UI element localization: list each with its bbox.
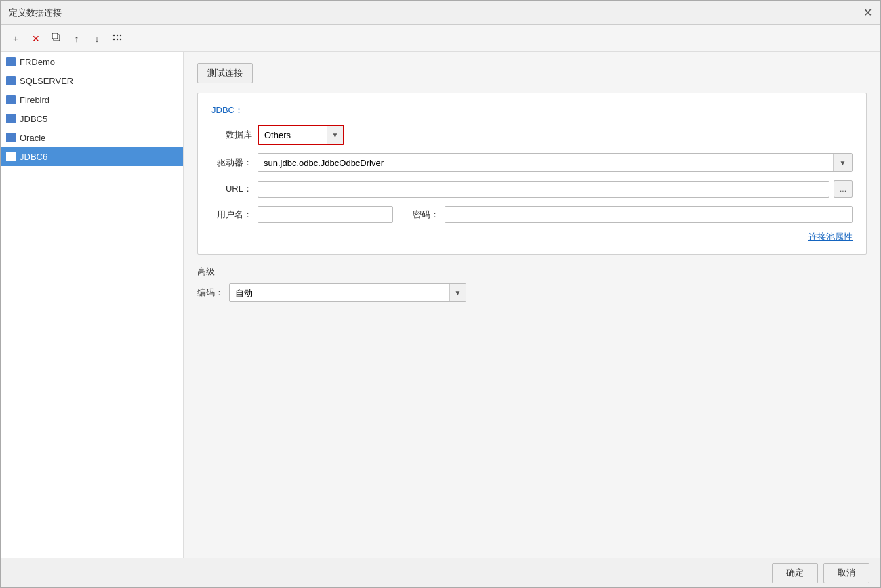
advanced-title: 高级 (197, 266, 867, 278)
dialog-title: 定义数据连接 (9, 7, 62, 19)
more-icon (112, 33, 122, 44)
footer: 确定 取消 (1, 558, 880, 587)
db-icon-jdbc5 (6, 114, 16, 123)
sidebar-item-frdemo[interactable]: FRDemo (1, 52, 183, 71)
more-button[interactable] (108, 29, 127, 48)
move-down-button[interactable]: ↓ (87, 29, 106, 48)
confirm-button[interactable]: 确定 (772, 563, 818, 583)
url-label: URL： (211, 183, 252, 195)
copy-icon (52, 33, 61, 44)
svg-point-4 (120, 35, 121, 36)
right-panel: 测试连接 JDBC： 数据库 Others MySQL Oracle SQLSe… (184, 52, 880, 558)
svg-point-5 (113, 39, 115, 40)
driver-input[interactable] (258, 155, 833, 171)
db-select-arrow[interactable]: ▼ (327, 126, 343, 144)
sidebar: FRDemo SQLSERVER Firebird JDBC5 Oracle J… (1, 52, 184, 558)
db-icon-oracle (6, 133, 16, 142)
sidebar-item-oracle[interactable]: Oracle (1, 128, 183, 147)
title-bar: 定义数据连接 ✕ (1, 1, 880, 25)
sidebar-label-sqlserver: SQLSERVER (20, 76, 73, 86)
db-select-wrapper: Others MySQL Oracle SQLServer PostgreSQL… (258, 125, 344, 145)
svg-point-3 (117, 35, 118, 36)
add-button[interactable]: + (6, 29, 25, 48)
copy-button[interactable] (47, 29, 66, 48)
username-label: 用户名： (211, 209, 252, 221)
svg-point-2 (113, 35, 115, 36)
svg-rect-1 (52, 33, 58, 39)
jdbc-section: JDBC： 数据库 Others MySQL Oracle SQLServer … (197, 93, 867, 255)
sidebar-label-jdbc6: JDBC6 (20, 152, 47, 162)
cancel-button[interactable]: 取消 (823, 563, 869, 583)
svg-point-7 (120, 39, 121, 40)
db-icon-sqlserver (6, 76, 16, 85)
driver-arrow[interactable]: ▼ (833, 154, 852, 171)
sidebar-item-firebird[interactable]: Firebird (1, 90, 183, 109)
move-up-button[interactable]: ↑ (67, 29, 86, 48)
close-button[interactable]: ✕ (863, 7, 872, 18)
encoding-select-arrow[interactable]: ▼ (449, 284, 466, 301)
url-wrapper: ... (258, 180, 853, 198)
user-pass-row: 用户名： 密码： (211, 206, 853, 223)
main-content: FRDemo SQLSERVER Firebird JDBC5 Oracle J… (1, 52, 880, 558)
sidebar-label-jdbc5: JDBC5 (20, 114, 47, 124)
sidebar-item-sqlserver[interactable]: SQLSERVER (1, 71, 183, 90)
url-row: URL： ... (211, 180, 853, 198)
delete-button[interactable]: ✕ (26, 29, 45, 48)
db-select[interactable]: Others MySQL Oracle SQLServer PostgreSQL (259, 127, 327, 143)
up-icon: ↑ (75, 33, 79, 44)
down-icon: ↓ (95, 33, 100, 44)
url-input[interactable] (258, 181, 829, 198)
database-row: 数据库 Others MySQL Oracle SQLServer Postgr… (211, 125, 853, 145)
svg-point-6 (117, 39, 118, 40)
driver-row: 驱动器： ▼ (211, 153, 853, 172)
username-input[interactable] (258, 206, 393, 223)
jdbc-section-label: JDBC： (211, 104, 853, 117)
encoding-select-wrapper: 自动 UTF-8 GBK GB2312 ISO-8859-1 ▼ (229, 283, 466, 302)
driver-wrapper: ▼ (258, 153, 853, 172)
encoding-row: 编码： 自动 UTF-8 GBK GB2312 ISO-8859-1 ▼ (197, 283, 867, 302)
pool-link[interactable]: 连接池属性 (211, 231, 853, 243)
password-input[interactable] (445, 206, 853, 223)
dialog: 定义数据连接 ✕ + ✕ ↑ ↓ (0, 0, 881, 588)
db-icon-jdbc6 (6, 152, 16, 161)
sidebar-label-firebird: Firebird (20, 95, 49, 105)
db-icon-frdemo (6, 57, 16, 66)
sidebar-item-jdbc6[interactable]: JDBC6 (1, 147, 183, 166)
sidebar-label-oracle: Oracle (20, 133, 45, 143)
encoding-select[interactable]: 自动 UTF-8 GBK GB2312 ISO-8859-1 (230, 285, 449, 301)
advanced-section: 高级 编码： 自动 UTF-8 GBK GB2312 ISO-8859-1 ▼ (197, 266, 867, 302)
test-connection-button[interactable]: 测试连接 (197, 63, 253, 83)
password-label: 密码： (398, 209, 439, 221)
sidebar-item-jdbc5[interactable]: JDBC5 (1, 109, 183, 128)
db-label: 数据库 (211, 129, 252, 141)
encoding-label: 编码： (197, 287, 224, 299)
add-icon: + (13, 33, 18, 44)
url-browse-button[interactable]: ... (834, 180, 853, 198)
toolbar: + ✕ ↑ ↓ (1, 25, 880, 52)
delete-icon: ✕ (32, 33, 40, 44)
sidebar-label-frdemo: FRDemo (20, 57, 55, 67)
db-icon-firebird (6, 95, 16, 104)
driver-label: 驱动器： (211, 156, 252, 169)
